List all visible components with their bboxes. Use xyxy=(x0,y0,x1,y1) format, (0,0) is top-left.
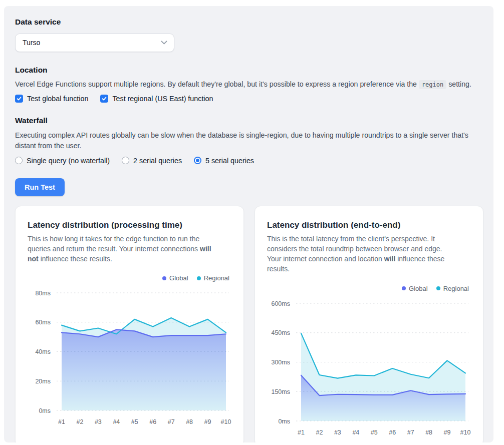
chevron-down-icon xyxy=(161,41,167,45)
chart-cards: Latency distribution (processing time) T… xyxy=(15,206,488,442)
svg-text:#6: #6 xyxy=(389,429,396,436)
svg-text:#8: #8 xyxy=(425,429,432,436)
processing-time-card: Latency distribution (processing time) T… xyxy=(15,206,244,442)
svg-text:300ms: 300ms xyxy=(271,359,290,366)
data-service-selected-value: Turso xyxy=(23,39,40,47)
svg-text:80ms: 80ms xyxy=(35,290,51,297)
svg-text:#7: #7 xyxy=(168,418,175,425)
svg-text:#3: #3 xyxy=(334,429,341,436)
svg-text:#4: #4 xyxy=(113,418,120,425)
radio-unchecked-icon xyxy=(15,157,23,164)
svg-text:0ms: 0ms xyxy=(278,417,290,424)
data-service-heading: Data service xyxy=(15,18,488,27)
radio-5-serial-queries[interactable]: 5 serial queries xyxy=(194,157,254,165)
end-to-end-card: Latency distribution (end-to-end) This i… xyxy=(255,206,483,442)
svg-text:150ms: 150ms xyxy=(271,388,290,395)
svg-text:600ms: 600ms xyxy=(271,300,290,307)
checkbox-label: Test global function xyxy=(27,95,88,103)
svg-text:20ms: 20ms xyxy=(35,378,51,385)
svg-text:40ms: 40ms xyxy=(35,348,51,355)
checkbox-label: Test regional (US East) function xyxy=(112,95,213,103)
waterfall-section: Waterfall Executing complex API routes g… xyxy=(15,116,488,164)
waterfall-heading: Waterfall xyxy=(15,116,488,126)
svg-text:#6: #6 xyxy=(149,418,156,425)
svg-text:#10: #10 xyxy=(460,429,471,436)
radio-unchecked-icon xyxy=(122,157,129,164)
chart-legend: Global Regional xyxy=(28,274,231,282)
location-section: Location Vercel Edge Functions support m… xyxy=(15,66,488,103)
svg-text:#2: #2 xyxy=(76,418,83,425)
data-service-select[interactable]: Turso xyxy=(15,34,174,52)
legend-label: Regional xyxy=(443,285,469,292)
svg-text:#2: #2 xyxy=(316,429,323,436)
radio-2-serial-queries[interactable]: 2 serial queries xyxy=(122,157,182,165)
chart-description: This is the total latency from the clien… xyxy=(267,234,456,274)
legend-dot-icon xyxy=(162,276,166,280)
waterfall-radio-row: Single query (no waterfall) 2 serial que… xyxy=(15,157,488,165)
location-heading: Location xyxy=(15,66,488,75)
svg-text:#10: #10 xyxy=(221,418,231,425)
radio-label: 2 serial queries xyxy=(133,157,182,165)
legend-item-global[interactable]: Global xyxy=(162,274,188,282)
run-test-button[interactable]: Run Test xyxy=(15,178,65,196)
legend-label: Regional xyxy=(204,274,229,282)
legend-dot-icon xyxy=(402,286,406,290)
svg-text:#9: #9 xyxy=(444,429,451,436)
chart-description: This is how long it takes for the edge f… xyxy=(28,234,217,264)
checkbox-checked-icon xyxy=(15,95,23,103)
svg-text:#9: #9 xyxy=(204,418,211,425)
svg-text:#5: #5 xyxy=(131,418,138,425)
svg-text:#1: #1 xyxy=(58,418,65,425)
latency-chart-end-to-end: 0ms150ms300ms450ms600ms#1#2#3#4#5#6#7#8#… xyxy=(267,294,472,439)
legend-dot-icon xyxy=(436,286,440,290)
app-panel: Data service Turso Location Vercel Edge … xyxy=(4,6,493,442)
checkbox-test-global-function[interactable]: Test global function xyxy=(15,95,88,103)
radio-single-query[interactable]: Single query (no waterfall) xyxy=(15,157,110,165)
svg-text:#7: #7 xyxy=(407,429,414,436)
svg-text:#4: #4 xyxy=(352,429,359,436)
waterfall-description: Executing complex API routes globally ca… xyxy=(15,130,488,152)
checkbox-test-regional-function[interactable]: Test regional (US East) function xyxy=(100,95,213,103)
chart-legend: Global Regional xyxy=(267,285,471,292)
legend-item-regional[interactable]: Regional xyxy=(436,285,469,292)
svg-text:#8: #8 xyxy=(186,418,193,425)
radio-checked-icon xyxy=(194,157,201,164)
latency-chart-processing-time: 0ms20ms40ms60ms80ms#1#2#3#4#5#6#7#8#9#10 xyxy=(28,284,233,429)
svg-text:#1: #1 xyxy=(298,429,305,436)
chart-title: Latency distribution (end-to-end) xyxy=(267,220,471,230)
location-checkbox-row: Test global function Test regional (US E… xyxy=(15,95,488,103)
location-description: Vercel Edge Functions support multiple r… xyxy=(15,79,488,90)
svg-text:60ms: 60ms xyxy=(35,319,51,326)
legend-item-global[interactable]: Global xyxy=(402,285,428,292)
checkbox-checked-icon xyxy=(100,95,108,103)
legend-label: Global xyxy=(169,274,188,282)
radio-label: 5 serial queries xyxy=(205,157,254,165)
legend-label: Global xyxy=(409,285,428,292)
legend-dot-icon xyxy=(197,276,201,280)
svg-text:450ms: 450ms xyxy=(271,329,290,336)
svg-text:#5: #5 xyxy=(371,429,378,436)
chart-title: Latency distribution (processing time) xyxy=(28,220,231,230)
radio-label: Single query (no waterfall) xyxy=(27,157,110,165)
svg-text:#3: #3 xyxy=(95,418,102,425)
legend-item-regional[interactable]: Regional xyxy=(197,274,229,282)
svg-text:0ms: 0ms xyxy=(39,407,51,414)
